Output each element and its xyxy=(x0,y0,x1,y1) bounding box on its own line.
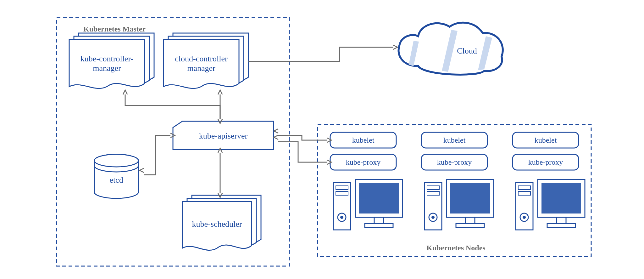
node-0: kubelet kube-proxy xyxy=(330,132,402,230)
computer-icon xyxy=(425,179,494,230)
node-kube-proxy-label: kube-proxy xyxy=(437,158,472,166)
master-group-title: Kubernetes Master xyxy=(83,25,146,33)
node-kubelet-label: kubelet xyxy=(352,136,375,144)
cloud-icon: Cloud xyxy=(399,23,503,75)
node-1: kubelet kube-proxy xyxy=(421,132,494,230)
arrow-apiserver-to-scheduler xyxy=(218,148,222,197)
cloud-label: Cloud xyxy=(457,46,477,55)
node-kubelet-label: kubelet xyxy=(443,136,466,144)
arrow-kcm-to-apiserver xyxy=(123,90,222,123)
node-kube-proxy-label: kube-proxy xyxy=(528,158,563,166)
svg-rect-34 xyxy=(557,217,566,224)
svg-rect-35 xyxy=(547,224,575,227)
svg-rect-23 xyxy=(465,217,475,224)
kube-apiserver-icon: kube-apiserver xyxy=(173,121,274,150)
kube-controller-manager-label-2: manager xyxy=(93,64,121,73)
svg-point-1 xyxy=(94,154,138,167)
node-2: kubelet kube-proxy xyxy=(513,132,585,230)
arrow-apiserver-to-kubelet xyxy=(274,129,331,142)
svg-rect-24 xyxy=(456,224,484,227)
svg-rect-13 xyxy=(365,224,393,227)
arrow-ccm-to-apiserver xyxy=(218,90,222,119)
etcd-label: etcd xyxy=(109,175,123,185)
node-kubelet-label: kubelet xyxy=(535,136,557,144)
svg-point-31 xyxy=(523,216,526,219)
arrow-ccm-to-cloud xyxy=(248,45,397,61)
etcd-icon: etcd xyxy=(94,154,138,198)
computer-icon xyxy=(333,179,402,230)
svg-rect-33 xyxy=(541,183,581,214)
nodes-group-title: Kubernetes Nodes xyxy=(426,244,485,252)
kube-controller-manager-label-1: kube-controller- xyxy=(80,54,133,63)
kube-scheduler-icon: kube-scheduler xyxy=(182,195,261,250)
svg-rect-12 xyxy=(374,217,384,224)
svg-rect-22 xyxy=(450,183,490,214)
arrow-etcd-to-apiserver xyxy=(140,133,175,175)
kube-scheduler-label: kube-scheduler xyxy=(192,219,242,229)
svg-point-9 xyxy=(340,216,343,219)
kube-apiserver-label: kube-apiserver xyxy=(199,131,248,140)
cloud-controller-manager-icon: cloud-controller manager xyxy=(164,33,248,88)
svg-point-20 xyxy=(431,216,435,219)
kube-controller-manager-icon: kube-controller- manager xyxy=(69,33,154,88)
arrow-apiserver-to-kubeproxy xyxy=(274,135,331,164)
kubernetes-architecture-diagram: Kubernetes Master kube-controller- manag… xyxy=(0,0,644,279)
computer-icon xyxy=(516,179,585,230)
cloud-controller-manager-label-1: cloud-controller xyxy=(175,54,228,63)
svg-rect-11 xyxy=(359,183,399,214)
cloud-controller-manager-label-2: manager xyxy=(187,64,215,73)
node-kube-proxy-label: kube-proxy xyxy=(346,158,381,166)
